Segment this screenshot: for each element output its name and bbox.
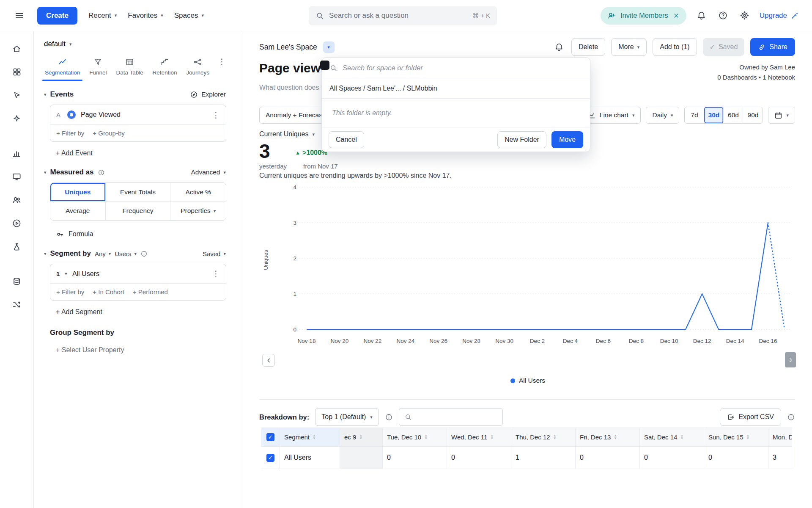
cancel-button[interactable]: Cancel [329,131,364,148]
menu-spaces[interactable]: Spaces▾ [174,11,204,20]
popover-breadcrumb[interactable]: All Spaces / Sam Lee'... / SLMobbin [322,78,590,99]
filter-by-button[interactable]: + Filter by [56,130,84,137]
line-chart[interactable]: 01234Nov 18Nov 20Nov 22Nov 24Nov 26Nov 2… [259,184,796,353]
explorer-button[interactable]: Explorer [190,91,226,99]
tab-segmentation[interactable]: Segmentation [44,58,81,81]
tab-journeys[interactable]: Journeys [185,58,210,81]
event-row[interactable]: A Page Viewed ⋮ [50,105,226,124]
column-header[interactable]: Sat, Dec 14▲▼ [640,428,704,447]
menu-favorites[interactable]: Favorites▾ [128,11,163,20]
chart-legend[interactable]: All Users [259,377,796,384]
advanced-dropdown[interactable]: Advanced▾ [191,168,226,176]
export-csv-button[interactable]: Export CSV [720,408,781,426]
tab-data-table[interactable]: Data Table [115,58,144,81]
global-search-input[interactable]: Search or ask a question ⌘ + K [309,6,497,25]
column-header[interactable]: Segment▲▼ [280,428,340,447]
chevron-down-icon[interactable]: ▾ [65,271,67,276]
column-header[interactable]: Tue, Dec 10▲▼ [383,428,447,447]
popover-search-input[interactable]: Search for space or folder [322,58,590,78]
spaces-icon[interactable] [8,63,26,81]
section-collapse-chevron[interactable]: ▾ [44,92,47,97]
column-header[interactable]: Thu, Dec 12▲▼ [511,428,576,447]
column-header[interactable]: ec 9▲▼ [340,428,383,447]
option-frequency[interactable]: Frequency [106,202,171,220]
row-checkbox-cell[interactable]: ✓ [261,447,280,469]
column-header[interactable]: Fri, Dec 13▲▼ [576,428,640,447]
option-properties[interactable]: Properties▾ [170,202,226,220]
users-icon[interactable] [8,191,26,209]
new-folder-button[interactable]: New Folder [497,131,546,148]
option-event-totals[interactable]: Event Totals [106,183,171,202]
segment-filter-by-button[interactable]: + Filter by [56,288,84,295]
chart-scroll-left-button[interactable] [262,354,275,367]
help-button[interactable] [716,9,730,22]
breakdown-top-dropdown[interactable]: Top 1 (Default)▾ [315,408,379,426]
option-uniques[interactable]: Uniques [50,183,106,202]
group-by-button[interactable]: + Group-by [93,130,124,137]
close-icon[interactable] [673,12,680,19]
data-database-icon[interactable] [8,272,26,290]
range-90d[interactable]: 90d [743,107,763,123]
sessions-monitor-icon[interactable] [8,168,26,185]
sort-icon[interactable]: ▲▼ [313,434,316,440]
upgrade-button[interactable]: Upgrade [760,11,799,20]
users-dropdown[interactable]: Users▾ [115,250,137,257]
interval-dropdown[interactable]: Daily▾ [646,107,679,124]
sort-icon[interactable]: ▲▼ [746,434,750,440]
calendar-dropdown[interactable]: ▾ [768,107,795,124]
experiment-flask-icon[interactable] [8,237,26,255]
range-7d[interactable]: 7d [685,107,704,123]
chart-scroll-right-button[interactable] [785,352,796,367]
select-user-property-button[interactable]: + Select User Property [56,346,124,354]
add-event-button[interactable]: + Add Event [56,149,93,157]
create-button[interactable]: Create [37,7,77,25]
sort-icon[interactable]: ▲▼ [424,434,428,440]
invite-members-button[interactable]: Invite Members [601,7,686,25]
performed-button[interactable]: + Performed [133,288,168,295]
more-dropdown-button[interactable]: More▾ [611,38,647,56]
home-icon[interactable] [8,40,26,58]
chart-notifications-bell-button[interactable] [553,41,565,53]
option-average[interactable]: Average [50,202,106,220]
section-collapse-chevron[interactable]: ▾ [44,170,47,175]
checkbox-checked[interactable]: ✓ [266,433,274,441]
checkbox-checked[interactable]: ✓ [266,454,274,462]
space-dropdown-button[interactable]: ▾ [323,41,335,53]
menu-recent[interactable]: Recent▾ [88,11,117,20]
integrations-icon[interactable] [8,295,26,313]
column-header[interactable]: Mon, De▲▼ [768,428,792,447]
share-button[interactable]: Share [750,38,795,56]
sort-icon[interactable]: ▲▼ [680,434,683,440]
section-collapse-chevron[interactable]: ▾ [44,251,47,256]
hamburger-menu-button[interactable] [13,9,26,22]
segment-kebab-menu[interactable]: ⋮ [212,270,220,278]
tabs-overflow-kebab[interactable]: ⋮ [218,58,226,66]
formula-button[interactable]: Formula [56,230,93,238]
analytics-icon[interactable] [8,144,26,162]
tab-funnel[interactable]: Funnel [88,58,107,81]
breakdown-search-input[interactable] [399,408,503,426]
sort-icon[interactable]: ▲▼ [359,434,362,440]
sort-icon[interactable]: ▲▼ [490,434,494,440]
delete-button[interactable]: Delete [571,38,605,56]
replay-play-icon[interactable] [8,214,26,232]
measure-dropdown[interactable]: Current Uniques▾ [259,130,315,138]
any-dropdown[interactable]: Any▾ [95,250,111,257]
column-header[interactable]: Sun, Dec 15▲▼ [704,428,768,447]
anomaly-forecast-button[interactable]: Anomaly + Forecast [259,107,330,124]
notifications-bell-button[interactable] [695,9,708,22]
sort-icon[interactable]: ▲▼ [553,434,557,440]
saved-button[interactable]: ✓Saved [703,38,745,56]
range-30d[interactable]: 30d [704,107,724,123]
sort-icon[interactable]: ▲▼ [614,434,617,440]
select-all-checkbox-cell[interactable]: ✓ [261,428,280,447]
workspace-dropdown[interactable]: default ▾ [44,40,72,48]
column-header[interactable]: Wed, Dec 11▲▼ [447,428,511,447]
move-button[interactable]: Move [551,131,583,148]
event-kebab-menu[interactable]: ⋮ [212,111,220,119]
add-segment-button[interactable]: + Add Segment [56,308,102,316]
ai-sparkle-icon[interactable] [8,110,26,127]
settings-gear-button[interactable] [738,9,751,22]
saved-dropdown[interactable]: Saved▾ [203,250,226,257]
add-to-button[interactable]: Add to (1) [653,38,697,56]
